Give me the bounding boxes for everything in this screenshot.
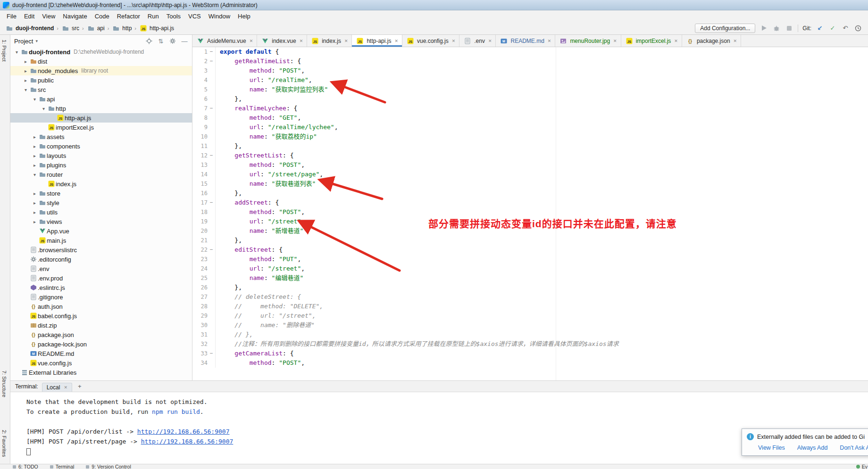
fold-marker[interactable] <box>208 132 216 141</box>
notification-action-view-files[interactable]: View Files <box>758 444 785 451</box>
fold-marker[interactable] <box>208 321 216 330</box>
tree-item-vue-config-js[interactable]: JSvue.config.js <box>10 358 192 368</box>
fold-marker[interactable] <box>208 273 216 283</box>
tree-item-gitignore[interactable]: .gitignore <box>10 292 192 302</box>
tab-close-icon[interactable]: ✕ <box>300 39 303 43</box>
tab-close-icon[interactable]: ✕ <box>548 39 551 43</box>
menu-item-code[interactable]: Code <box>91 11 113 21</box>
tab-importexcel-js[interactable]: JSimportExcel.js✕ <box>621 35 682 47</box>
tree-item-components[interactable]: ▸components <box>10 141 192 151</box>
breadcrumb-item-src[interactable]: src <box>60 24 81 33</box>
fold-marker[interactable] <box>208 311 216 321</box>
tree-item-duoji-frontend[interactable]: ▾duoji-frontendD:\zheheWeb\duoji-fronten… <box>10 47 192 57</box>
fold-marker[interactable]: − <box>208 104 216 113</box>
fold-marker[interactable]: − <box>208 47 216 57</box>
fold-marker[interactable] <box>208 66 216 75</box>
terminal-new-session-icon[interactable]: + <box>76 383 83 390</box>
tab-index-js[interactable]: JSindex.js✕ <box>307 35 352 47</box>
tree-item-env[interactable]: .env <box>10 264 192 273</box>
tree-item-router[interactable]: ▾router <box>10 170 192 179</box>
tree-item-layouts[interactable]: ▸layouts <box>10 151 192 160</box>
tree-item-browserslistrc[interactable]: .browserslistrc <box>10 245 192 255</box>
vcs-history-icon[interactable] <box>854 24 862 33</box>
tree-item-utils[interactable]: ▸utils <box>10 207 192 217</box>
tab-close-icon[interactable]: ✕ <box>734 39 737 43</box>
line-number[interactable]: 9 <box>192 123 208 132</box>
chevron-down-icon[interactable]: ▾ <box>35 39 38 43</box>
fold-marker[interactable] <box>208 255 216 264</box>
tree-item-node-modules[interactable]: ▸node_moduleslibrary root <box>10 66 192 75</box>
line-number[interactable]: 17 <box>192 198 208 207</box>
line-number[interactable]: 22 <box>192 245 208 255</box>
fold-marker[interactable] <box>208 85 216 94</box>
tree-item-http[interactable]: ▾http <box>10 104 192 113</box>
line-number[interactable]: 2 <box>192 57 208 66</box>
favorites-toolwindow-button[interactable]: 2: Favorites <box>1 430 7 457</box>
tab-package-json[interactable]: {}package.json✕ <box>682 35 741 47</box>
fold-marker[interactable] <box>208 339 216 349</box>
line-number[interactable]: 3 <box>192 66 208 75</box>
stop-icon[interactable] <box>785 24 793 33</box>
tab-index-vue[interactable]: index.vue✕ <box>257 35 307 47</box>
fold-marker[interactable] <box>208 75 216 85</box>
expand-collapse-icon[interactable]: ⇅ <box>157 37 165 45</box>
notification-action-always-add[interactable]: Always Add <box>797 444 828 451</box>
line-number[interactable]: 1 <box>192 47 208 57</box>
fold-marker[interactable] <box>208 160 216 170</box>
hide-panel-icon[interactable]: — <box>181 37 188 45</box>
fold-marker[interactable] <box>208 207 216 217</box>
tree-item-external-libraries[interactable]: External Libraries <box>10 368 192 377</box>
terminal-cursor[interactable] <box>26 448 31 455</box>
tree-item-api[interactable]: ▾api <box>10 94 192 104</box>
tab-close-icon[interactable]: ✕ <box>613 39 617 43</box>
fold-marker[interactable] <box>208 264 216 273</box>
terminal-link[interactable]: http://192.168.66.56:9007 <box>137 428 230 435</box>
editor[interactable]: 1−export default {2− getRealTimeList: {3… <box>192 47 868 380</box>
terminal-output[interactable]: Note that the development build is not o… <box>10 392 868 464</box>
tree-item-public[interactable]: ▸public <box>10 75 192 85</box>
line-number[interactable]: 15 <box>192 179 208 189</box>
tree-item-style[interactable]: ▸style <box>10 198 192 207</box>
fold-marker[interactable] <box>208 283 216 292</box>
fold-marker[interactable] <box>208 170 216 179</box>
tree-item-src[interactable]: ▾src <box>10 85 192 94</box>
menu-item-window[interactable]: Window <box>205 11 234 21</box>
line-number[interactable]: 31 <box>192 330 208 339</box>
line-number[interactable]: 8 <box>192 113 208 123</box>
breadcrumb-item-http[interactable]: http <box>110 24 133 33</box>
line-number[interactable]: 27 <box>192 292 208 302</box>
tab-env[interactable]: .env✕ <box>459 35 496 47</box>
line-number[interactable]: 12 <box>192 151 208 160</box>
menu-item-help[interactable]: Help <box>234 11 254 21</box>
fold-marker[interactable] <box>208 236 216 245</box>
tab-menurouter-jpg[interactable]: menuRouter.jpg✕ <box>555 35 621 47</box>
menu-item-tools[interactable]: Tools <box>163 11 184 21</box>
fold-marker[interactable] <box>208 226 216 236</box>
tree-item-env-prod[interactable]: .env.prod <box>10 273 192 283</box>
tab-close-icon[interactable]: ✕ <box>250 39 253 43</box>
line-number[interactable]: 23 <box>192 255 208 264</box>
tab-close-icon[interactable]: ✕ <box>344 39 348 43</box>
terminal-tab-close-icon[interactable]: ✕ <box>64 385 67 390</box>
line-number[interactable]: 5 <box>192 85 208 94</box>
breadcrumb-item-api[interactable]: api <box>85 24 106 33</box>
notification-popup[interactable]: i Externally added files can be added to… <box>742 428 868 456</box>
line-number[interactable]: 34 <box>192 358 208 368</box>
menu-item-refactor[interactable]: Refactor <box>113 11 144 21</box>
line-number[interactable]: 21 <box>192 236 208 245</box>
fold-marker[interactable] <box>208 179 216 189</box>
add-configuration-button[interactable]: Add Configuration... <box>695 24 755 33</box>
tab-http-api-js[interactable]: JShttp-api.js✕ <box>352 35 402 47</box>
terminal-link[interactable]: http://192.168.66.56:9007 <box>141 438 234 445</box>
tree-item-editorconfig[interactable]: .editorconfig <box>10 255 192 264</box>
line-number[interactable]: 32 <box>192 339 208 349</box>
tree-item-package-json[interactable]: {}package.json <box>10 330 192 339</box>
line-number[interactable]: 16 <box>192 189 208 198</box>
line-number[interactable]: 7 <box>192 104 208 113</box>
fold-marker[interactable] <box>208 217 216 226</box>
line-number[interactable]: 26 <box>192 283 208 292</box>
tree-item-assets[interactable]: ▸assets <box>10 132 192 141</box>
tree-item-importexcel-js[interactable]: JSimportExcel.js <box>10 123 192 132</box>
fold-marker[interactable] <box>208 330 216 339</box>
fold-marker[interactable]: − <box>208 349 216 358</box>
